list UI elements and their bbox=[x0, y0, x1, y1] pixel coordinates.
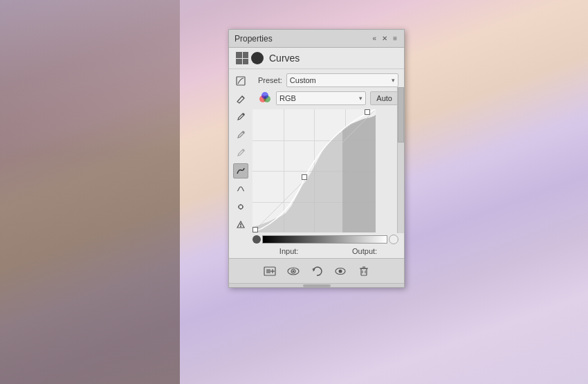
pencil-tool[interactable] bbox=[233, 91, 248, 107]
warning-tool[interactable] bbox=[233, 217, 248, 232]
histogram bbox=[252, 109, 376, 232]
curve-line-tool[interactable] bbox=[233, 163, 248, 179]
control-point-bottom[interactable] bbox=[252, 227, 258, 232]
panel-scrollbar[interactable] bbox=[397, 87, 404, 233]
preset-caret: ▾ bbox=[392, 77, 395, 84]
eyedropper-gray-tool[interactable] bbox=[233, 127, 248, 143]
grid-icon[interactable] bbox=[236, 52, 248, 64]
curves-point-tool[interactable] bbox=[233, 73, 248, 89]
input-gradient-bar[interactable] bbox=[262, 235, 387, 244]
black-point-slider[interactable] bbox=[252, 235, 261, 244]
main-content: Preset: Custom ▾ bbox=[252, 69, 404, 258]
channel-icon bbox=[258, 91, 272, 105]
control-point-mid[interactable] bbox=[302, 174, 307, 180]
white-point-slider[interactable] bbox=[389, 235, 398, 244]
eye-mask-button[interactable] bbox=[333, 264, 348, 279]
rgb-row: RGB ▾ Auto bbox=[252, 90, 404, 108]
preset-dropdown[interactable]: Custom ▾ bbox=[286, 73, 398, 87]
svg-marker-10 bbox=[342, 115, 376, 232]
auto-button[interactable]: Auto bbox=[370, 91, 398, 105]
undo-button[interactable] bbox=[309, 264, 324, 279]
circle-icon[interactable] bbox=[251, 52, 264, 64]
channel-dropdown[interactable]: RGB ▾ bbox=[276, 91, 366, 105]
svg-point-18 bbox=[292, 270, 294, 272]
input-label: Input: bbox=[279, 247, 299, 255]
properties-panel: Properties « ✕ ≡ Curves bbox=[228, 29, 405, 347]
bottom-scrollbar-thumb[interactable] bbox=[303, 284, 331, 287]
preset-row: Preset: Custom ▾ bbox=[252, 69, 404, 90]
svg-point-1 bbox=[243, 113, 244, 115]
bottom-toolbar bbox=[229, 258, 404, 283]
preset-label: Preset: bbox=[258, 76, 282, 84]
slider-row bbox=[252, 232, 404, 244]
panel-titlebar: Properties « ✕ ≡ bbox=[229, 30, 404, 48]
curves-title: Curves bbox=[269, 53, 300, 64]
smooth-tool[interactable] bbox=[233, 181, 248, 196]
channel-caret: ▾ bbox=[359, 95, 362, 102]
left-toolbar bbox=[229, 69, 252, 258]
castle-background bbox=[0, 0, 180, 384]
scrollbar-thumb[interactable] bbox=[398, 87, 404, 143]
svg-point-3 bbox=[243, 149, 244, 151]
curves-graph[interactable] bbox=[252, 109, 376, 232]
graph-container bbox=[252, 108, 404, 232]
add-layer-button[interactable] bbox=[262, 264, 277, 279]
panel-container: Properties « ✕ ≡ Curves bbox=[228, 29, 405, 288]
bottom-scrollbar[interactable] bbox=[229, 283, 404, 287]
delete-button[interactable] bbox=[356, 264, 371, 279]
panel-title: Properties bbox=[235, 34, 273, 44]
close-button[interactable]: ✕ bbox=[380, 35, 389, 42]
panel-header: Curves bbox=[229, 48, 404, 69]
header-icons bbox=[236, 52, 264, 64]
collapse-button[interactable]: « bbox=[371, 35, 378, 42]
svg-point-21 bbox=[338, 269, 342, 273]
svg-point-2 bbox=[243, 131, 244, 133]
target-tool[interactable] bbox=[233, 199, 248, 214]
panel-title-area: Properties bbox=[235, 34, 273, 44]
svg-rect-13 bbox=[266, 269, 270, 273]
eyedropper-black-tool[interactable] bbox=[233, 109, 248, 125]
menu-button[interactable]: ≡ bbox=[392, 35, 398, 42]
output-label: Output: bbox=[352, 247, 377, 255]
io-row: Input: Output: bbox=[252, 244, 404, 258]
svg-rect-22 bbox=[361, 268, 367, 275]
control-point-top[interactable] bbox=[365, 109, 370, 115]
preset-value: Custom bbox=[290, 76, 316, 84]
svg-rect-0 bbox=[237, 77, 245, 85]
svg-point-5 bbox=[241, 226, 241, 227]
svg-point-8 bbox=[261, 92, 268, 99]
channel-value: RGB bbox=[279, 94, 296, 102]
eyedropper-white-tool[interactable] bbox=[233, 145, 248, 161]
panel-controls: « ✕ ≡ bbox=[371, 35, 398, 42]
eye-button[interactable] bbox=[286, 264, 301, 279]
